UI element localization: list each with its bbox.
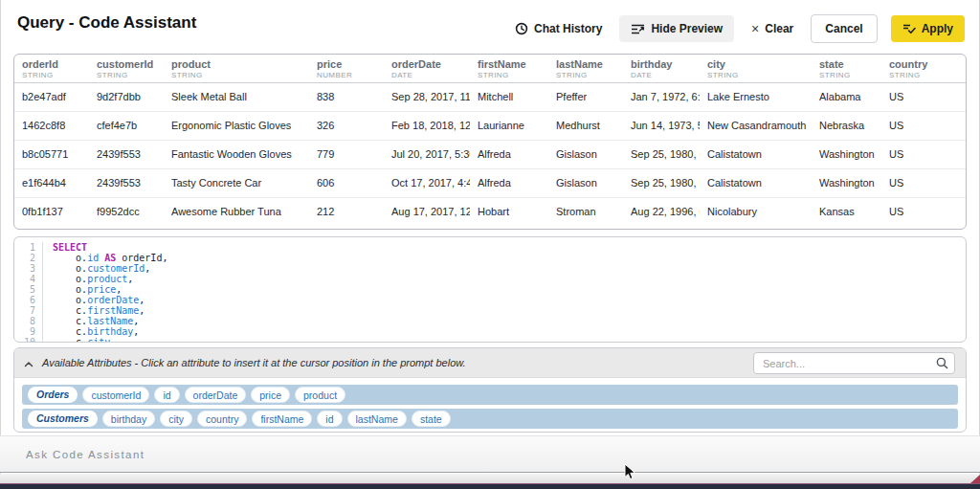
column-name: orderId [22, 58, 83, 70]
table-cell: Calistatown [700, 141, 812, 168]
column-header: productSTRING [164, 55, 309, 82]
table-cell: 2439f553 [89, 141, 164, 168]
table-cell: Jan 7, 1972, 6:00:0 [623, 83, 700, 111]
table-cell: e1f644b4 [14, 169, 89, 197]
column-type: STRING [889, 71, 960, 79]
column-header: firstNameSTRING [470, 55, 548, 82]
column-type: DATE [391, 71, 464, 79]
column-type: STRING [478, 71, 543, 79]
code-segment: , [110, 337, 116, 343]
table-cell: Medhurst [548, 112, 623, 140]
preview-table-header: orderIdSTRINGcustomerIdSTRINGproductSTRI… [14, 55, 966, 83]
attribute-search-input[interactable] [753, 352, 955, 374]
code-segment: , [116, 284, 122, 295]
ask-code-assistant-input[interactable] [0, 436, 980, 472]
table-cell: 0fb1f137 [14, 198, 89, 226]
table-cell: 326 [309, 112, 384, 140]
table-row: 1462c8f8cfef4e7bErgonomic Plastic Gloves… [14, 112, 966, 141]
attribute-chip[interactable]: state [412, 411, 451, 427]
column-type: NUMBER [317, 71, 378, 79]
column-type: STRING [97, 71, 158, 79]
search-icon [936, 357, 948, 369]
code-segment: AS [104, 253, 116, 263]
code-line: 4 o.product, [14, 274, 966, 284]
window-left-edge [0, 0, 1, 483]
available-attributes-panel: Available Attributes - Click an attribut… [13, 347, 967, 433]
code-line: 10 c.city, [14, 337, 966, 343]
code-segment: o. [53, 253, 87, 263]
code-text: c.firstName, [43, 305, 145, 316]
table-cell: Alfreda [470, 169, 548, 197]
column-name: orderDate [391, 58, 464, 70]
attribute-chip[interactable]: customerId [82, 387, 149, 403]
window-bottom-bar [0, 483, 980, 489]
attribute-chip[interactable]: id [317, 411, 342, 427]
table-row: e1f644b42439f553Tasty Concrete Car606Oct… [14, 169, 966, 198]
code-line: 2 o.id AS orderId, [14, 253, 966, 263]
column-name: lastName [556, 58, 617, 70]
table-cell: Calistatown [700, 169, 812, 197]
attribute-groups: OrderscustomerIdidorderDatepriceproductC… [14, 385, 966, 429]
hide-preview-button[interactable]: Hide Preview [619, 15, 734, 42]
code-segment: city [87, 337, 110, 343]
chat-history-button[interactable]: Chat History [511, 16, 606, 41]
column-name: customerId [97, 58, 158, 70]
line-number: 4 [14, 274, 43, 284]
code-segment: , [133, 316, 139, 326]
table-cell: Stroman [548, 198, 623, 226]
attribute-chip[interactable]: firstName [252, 411, 312, 427]
code-segment: customerId [87, 263, 145, 274]
code-text: o.id AS orderId, [43, 253, 167, 263]
attributes-panel-title: Available Attributes - Click an attribut… [42, 357, 466, 368]
code-segment: , [133, 326, 139, 337]
code-segment: c. [53, 337, 87, 343]
attributes-panel-header[interactable]: Available Attributes - Click an attribut… [14, 348, 966, 378]
clear-button[interactable]: × Clear [747, 16, 797, 41]
attribute-chip[interactable]: city [160, 411, 192, 427]
table-cell: Laurianne [470, 112, 548, 140]
code-text: c.birthday, [43, 326, 139, 337]
history-clock-icon [515, 22, 528, 35]
code-segment: , [139, 295, 145, 305]
code-segment: o. [53, 284, 87, 295]
table-cell: US [881, 169, 966, 197]
column-header: countrySTRING [881, 55, 966, 82]
cancel-button[interactable]: Cancel [811, 14, 877, 43]
table-cell: Alabama [812, 83, 881, 111]
code-segment: o. [53, 263, 87, 274]
attribute-chip[interactable]: country [197, 411, 247, 427]
attribute-chip[interactable]: birthday [102, 411, 155, 427]
chevron-up-icon[interactable] [24, 354, 33, 371]
column-name: firstName [478, 58, 543, 70]
code-segment: orderId, [116, 253, 167, 263]
code-line: 6 o.orderDate, [14, 295, 966, 305]
code-text: c.lastName, [43, 316, 139, 326]
table-cell: f9952dcc [89, 198, 164, 226]
apply-button[interactable]: Apply [891, 15, 965, 42]
code-segment: c. [53, 326, 87, 337]
attribute-chip[interactable]: lastName [347, 411, 407, 427]
preview-table: orderIdSTRINGcustomerIdSTRINGproductSTRI… [13, 54, 967, 230]
column-name: country [889, 58, 960, 70]
code-text: o.price, [43, 284, 122, 295]
resize-corner[interactable] [970, 475, 980, 483]
sql-code-editor[interactable]: 1SELECT2 o.id AS orderId,3 o.customerId,… [13, 236, 967, 343]
column-type: STRING [22, 71, 83, 79]
attribute-chip[interactable]: orderDate [185, 387, 247, 403]
column-header: priceNUMBER [309, 55, 384, 82]
attribute-chip[interactable]: product [295, 387, 345, 403]
column-type: DATE [631, 71, 694, 79]
attribute-chip[interactable]: price [251, 387, 290, 403]
table-cell: Kansas [812, 198, 881, 226]
table-cell: Awesome Rubber Tuna [164, 198, 309, 226]
table-cell: Jun 14, 1973, 5:00: [623, 112, 700, 140]
table-cell: US [881, 198, 966, 226]
table-cell: 606 [309, 169, 384, 197]
table-cell: Feb 18, 2018, 12:58: [384, 112, 470, 140]
table-cell: Hobart [470, 198, 548, 226]
attribute-chip[interactable]: id [154, 387, 179, 403]
column-header: citySTRING [700, 55, 812, 82]
table-cell: 2439f553 [89, 169, 164, 197]
column-name: state [819, 58, 876, 70]
table-cell: Washington [812, 141, 881, 168]
